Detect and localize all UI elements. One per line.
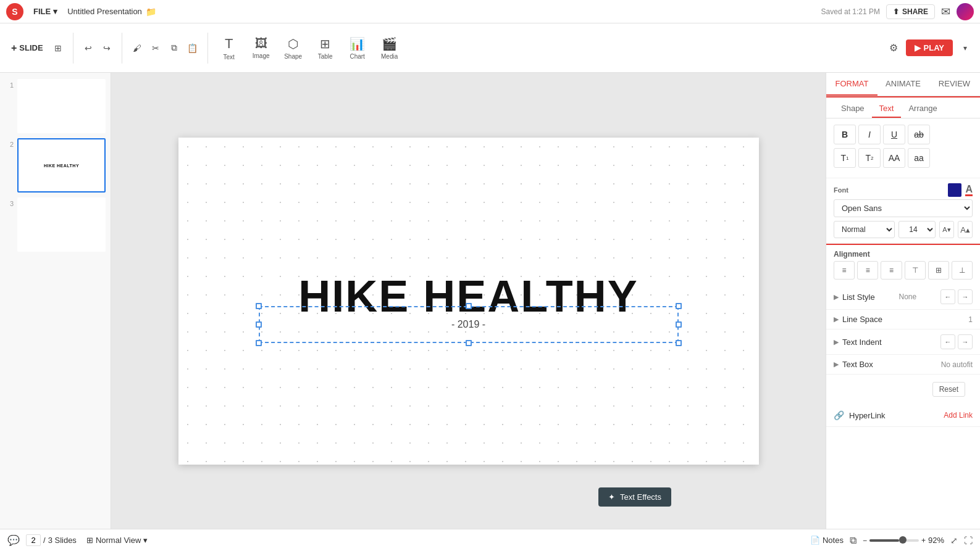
font-size-decrease-button[interactable]: A▾ xyxy=(939,221,954,238)
line-space-row[interactable]: ▶ Line Space 1 xyxy=(826,310,980,329)
redo-button[interactable]: ↪ xyxy=(98,39,115,57)
list-indent-increase-button[interactable]: → xyxy=(958,289,973,304)
share-button[interactable]: ⬆ SHARE xyxy=(886,4,935,19)
folder-icon[interactable]: 📁 xyxy=(146,7,156,17)
toolbar: + SLIDE ⊞ ↩ ↪ 🖌 ✂ ⧉ 📋 T Text 🖼 Image ⬡ S… xyxy=(0,23,980,73)
expand-button[interactable]: ⛶ xyxy=(964,536,973,545)
canvas-area[interactable]: HIKE HEALTHY - 2019 - ✦ T xyxy=(111,73,826,529)
accent-line-2 xyxy=(826,244,980,245)
settings-button[interactable]: ⚙ xyxy=(885,39,902,57)
italic-button[interactable]: I xyxy=(858,125,881,144)
resize-handle-bc[interactable] xyxy=(466,340,472,346)
resize-handle-tc[interactable] xyxy=(466,303,472,309)
bold-button[interactable]: B xyxy=(834,125,856,144)
app-logo[interactable]: S xyxy=(6,3,23,20)
slide-canvas[interactable]: HIKE HEALTHY - 2019 - xyxy=(178,138,759,465)
superscript-button[interactable]: T1 xyxy=(834,148,856,168)
text-insert-button[interactable]: T Text xyxy=(214,33,244,63)
paste-button[interactable]: 📋 xyxy=(184,39,201,57)
tab-animate[interactable]: ANIMATE xyxy=(877,73,929,96)
main-area: 1 2 HIKE HEALTHY 3 ❮ HIKE HEALTHY xyxy=(0,73,980,529)
add-slide-button[interactable]: + SLIDE xyxy=(6,40,48,56)
play-button[interactable]: ▶ PLAY xyxy=(906,39,953,56)
resize-handle-ml[interactable] xyxy=(256,321,262,328)
subtitle-box[interactable]: - 2019 - xyxy=(259,306,679,343)
text-indent-increase-button[interactable]: → xyxy=(958,334,973,349)
list-style-value: None xyxy=(899,292,917,301)
slide-thumb-3[interactable] xyxy=(17,197,106,252)
cut-button[interactable]: ✂ xyxy=(147,39,164,57)
align-left-button[interactable]: ≡ xyxy=(834,261,855,280)
toolbar-separator-2 xyxy=(122,33,122,64)
status-bar: 💬 / 3 Slides ⊞ Normal View ▾ 📄 Notes ⧉ −… xyxy=(0,529,980,551)
font-style-select[interactable]: Normal Bold Italic xyxy=(834,221,895,238)
zoom-slider[interactable] xyxy=(869,539,919,542)
play-dropdown-button[interactable]: ▾ xyxy=(957,39,974,57)
slide-item-3[interactable]: 3 xyxy=(5,197,106,252)
reset-button[interactable]: Reset xyxy=(932,382,965,397)
grid-view-button[interactable]: ⊞ xyxy=(49,39,67,57)
underline-button[interactable]: U xyxy=(883,125,905,144)
email-icon[interactable]: ✉ xyxy=(941,5,950,19)
paint-format-button[interactable]: 🖌 xyxy=(128,39,146,57)
text-indent-decrease-button[interactable]: ← xyxy=(940,334,955,349)
resize-handle-bl[interactable] xyxy=(256,340,262,346)
list-indent-decrease-button[interactable]: ← xyxy=(940,289,955,304)
resize-handle-mr[interactable] xyxy=(676,321,682,328)
zoom-out-button[interactable]: − xyxy=(863,536,867,545)
align-middle-button[interactable]: ⊞ xyxy=(928,261,949,280)
font-color-swatch[interactable] xyxy=(948,183,961,197)
slide-thumb-2[interactable]: HIKE HEALTHY xyxy=(17,138,106,193)
table-insert-button[interactable]: ⊞ Table xyxy=(311,34,340,62)
slide-number-input[interactable] xyxy=(26,534,41,546)
tab-format[interactable]: FORMAT xyxy=(826,73,877,96)
slide-item-2[interactable]: 2 HIKE HEALTHY xyxy=(5,138,106,193)
copy-button[interactable]: ⧉ xyxy=(165,39,183,57)
duplicate-slide-button[interactable]: ⧉ xyxy=(850,535,856,546)
align-top-button[interactable]: ⊤ xyxy=(905,261,926,280)
resize-handle-br[interactable] xyxy=(676,340,682,346)
slide-thumb-1[interactable] xyxy=(17,79,106,133)
resize-handle-tl[interactable] xyxy=(256,303,262,309)
fit-page-button[interactable]: ⤢ xyxy=(950,536,958,545)
lowercase-button[interactable]: aa xyxy=(908,148,930,168)
font-size-select[interactable]: 14 12 16 18 24 xyxy=(898,221,936,238)
sub-tab-arrange[interactable]: Arrange xyxy=(901,100,944,118)
list-style-row[interactable]: ▶ List Style None ← → xyxy=(826,284,980,310)
slide-item-1[interactable]: 1 xyxy=(5,79,106,133)
text-indent-row[interactable]: ▶ Text Indent ← → xyxy=(826,329,980,355)
undo-button[interactable]: ↩ xyxy=(80,39,97,57)
text-effects-button[interactable]: ✦ Text Effects xyxy=(598,487,671,507)
subscript-button[interactable]: T2 xyxy=(858,148,881,168)
add-link-button[interactable]: Add Link xyxy=(944,411,973,420)
avatar[interactable] xyxy=(957,3,974,20)
file-menu-button[interactable]: FILE ▾ xyxy=(30,6,61,17)
resize-handle-tr[interactable] xyxy=(676,303,682,309)
chat-icon[interactable]: 💬 xyxy=(7,534,20,546)
font-color-a-button[interactable]: A xyxy=(965,184,973,196)
sub-tab-text[interactable]: Text xyxy=(872,100,902,118)
media-insert-button[interactable]: 🎬 Media xyxy=(375,34,404,62)
align-bottom-button[interactable]: ⊥ xyxy=(952,261,973,280)
tab-review[interactable]: REVIEW xyxy=(929,73,980,96)
accent-line-1 xyxy=(826,96,980,97)
notes-button[interactable]: 📄 Notes xyxy=(810,536,844,545)
alignment-label: Alignment xyxy=(826,245,980,261)
sub-tabs: Shape Text Arrange xyxy=(826,96,980,118)
image-insert-button[interactable]: 🖼 Image xyxy=(246,34,276,62)
text-box-row[interactable]: ▶ Text Box No autofit xyxy=(826,355,980,375)
font-family-select[interactable]: Open Sans Arial Times New Roman xyxy=(834,199,973,217)
shape-insert-button[interactable]: ⬡ Shape xyxy=(279,34,308,62)
align-right-button[interactable]: ≡ xyxy=(881,261,902,280)
presentation-title[interactable]: Untitled Presentation xyxy=(67,7,142,16)
chart-insert-button[interactable]: 📊 Chart xyxy=(343,34,372,62)
normal-view-button[interactable]: ⊞ Normal View ▾ xyxy=(83,534,151,546)
sub-tab-shape[interactable]: Shape xyxy=(834,100,872,118)
strikethrough-button[interactable]: ab xyxy=(908,125,930,144)
align-center-button[interactable]: ≡ xyxy=(857,261,878,280)
uppercase-button[interactable]: AA xyxy=(883,148,905,168)
font-size-increase-button[interactable]: A▴ xyxy=(958,221,973,238)
zoom-slider-thumb[interactable] xyxy=(899,536,907,544)
top-bar: S FILE ▾ Untitled Presentation 📁 Saved a… xyxy=(0,0,980,23)
zoom-in-button[interactable]: + xyxy=(921,536,926,545)
